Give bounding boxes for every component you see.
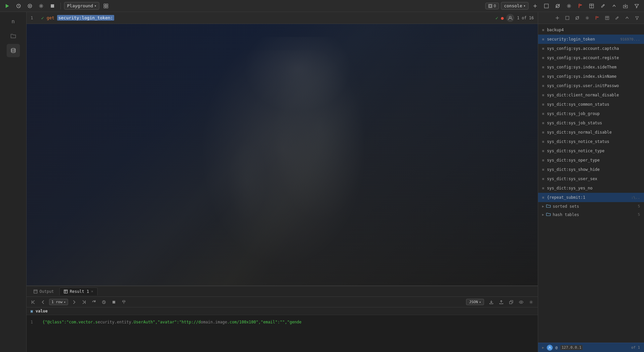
panel-gear-button[interactable]: [583, 14, 592, 22]
settings-button[interactable]: [37, 1, 46, 11]
clock-result-button[interactable]: [100, 298, 108, 306]
panel-add-button[interactable]: [553, 14, 562, 22]
svg-rect-43: [566, 16, 569, 20]
copy-button[interactable]: [507, 298, 515, 306]
key-item-sys-config-registe[interactable]: ≡ sys_config:sys.account.registe: [538, 53, 644, 62]
tab-result1[interactable]: Result 1 ✕: [59, 288, 97, 295]
counter-badge[interactable]: 0: [485, 3, 499, 9]
folder-item-hash-tables[interactable]: ▶ hash tables 5: [538, 210, 644, 219]
flag-button[interactable]: [576, 1, 585, 11]
refresh-button[interactable]: [553, 1, 562, 11]
folder-item-sorted-sets[interactable]: ▶ sorted sets 5: [538, 202, 644, 210]
key-type-icon: ≡: [542, 65, 544, 69]
rows-chevron-icon: ▾: [64, 300, 65, 304]
folder-hash-tables-count: 5: [638, 212, 640, 217]
sidebar-icon-db[interactable]: [7, 44, 20, 57]
code-editor[interactable]: [27, 24, 538, 286]
folder-chevron-icon: ▶: [542, 213, 544, 216]
gear2-button[interactable]: [564, 1, 574, 11]
eye-button[interactable]: [517, 298, 525, 306]
key-item-sys-dict-normal-disable[interactable]: ≡ sys_dict:sys_normal_disable: [538, 128, 644, 137]
sidebar-icon-n[interactable]: n: [7, 15, 20, 28]
pin-button[interactable]: [120, 298, 128, 306]
play2-button[interactable]: [25, 1, 35, 11]
key-type-icon: ≡: [542, 47, 544, 51]
first-page-button[interactable]: [29, 298, 37, 306]
key-name: {repeat_submit:1: [547, 195, 629, 200]
play-button[interactable]: [3, 1, 12, 11]
console-selector[interactable]: console ▾: [501, 2, 528, 10]
rows-label: 1 row: [51, 300, 62, 304]
key-name: sys_config:sys.index.skinName: [547, 74, 640, 79]
key-name: sys_dict:sys_normal_disable: [547, 130, 640, 135]
refresh-result-button[interactable]: [90, 298, 98, 306]
upload-button[interactable]: [497, 298, 505, 306]
format-selector[interactable]: JSON ▾: [466, 299, 484, 305]
tab-output[interactable]: Output: [29, 288, 58, 295]
chevron-down-icon-2: ▾: [523, 4, 525, 8]
panel-table-button[interactable]: [603, 14, 611, 22]
arrow-up-button[interactable]: [609, 1, 619, 11]
filter-button[interactable]: [632, 1, 641, 11]
download-button[interactable]: [487, 298, 495, 306]
key-item-sys-config-skinname[interactable]: ≡ sys_config:sys.index.skinName: [538, 72, 644, 81]
panel-filter-button[interactable]: [633, 14, 641, 22]
key-item-sys-dict-notice-type[interactable]: ≡ sys_dict:sys_notice_type: [538, 146, 644, 156]
key-item-sys-dict-job-status[interactable]: ≡ sys_dict:sys_job_status: [538, 118, 644, 128]
top-toolbar: Playground ▾ 0 console ▾: [0, 0, 644, 12]
key-type-icon: ≡: [542, 37, 544, 42]
key-type-icon: ≡: [542, 93, 544, 97]
grid-button[interactable]: [101, 1, 111, 11]
clock-button[interactable]: [14, 1, 23, 11]
key-item-sys-dict-oper-type[interactable]: ≡ sys_dict:sys_oper_type: [538, 156, 644, 165]
svg-rect-25: [34, 290, 37, 293]
export-button[interactable]: [621, 1, 630, 11]
playground-selector[interactable]: Playground ▾: [64, 2, 99, 10]
svg-line-20: [603, 5, 604, 6]
key-type-icon: ≡: [542, 84, 544, 88]
key-item-sys-dict-job-group[interactable]: ≡ sys_dict:sys_job_group: [538, 109, 644, 118]
next-page-button[interactable]: [70, 298, 78, 306]
key-item-sys-config-captcha[interactable]: ≡ sys_config:sys.account.captcha: [538, 44, 644, 53]
svg-rect-11: [489, 5, 491, 7]
stop-button[interactable]: [48, 1, 57, 11]
user-avatar: [506, 14, 514, 22]
panel-refresh-button[interactable]: [573, 14, 582, 22]
key-item-sys-config-initpasswo[interactable]: ≡ sys_config:sys.user.initPasswo: [538, 81, 644, 90]
stop-result-button[interactable]: [110, 298, 118, 306]
sidebar-icon-folder[interactable]: [7, 29, 20, 43]
folder-sorted-sets-count: 5: [638, 204, 640, 208]
key-item-security-login-token[interactable]: ≡ security:login_token 916970...: [538, 35, 644, 44]
key-item-sys-dict-show-hide[interactable]: ≡ sys_dict:sys_show_hide: [538, 165, 644, 174]
rows-selector[interactable]: 1 row ▾: [49, 299, 68, 305]
window-button[interactable]: [542, 1, 551, 11]
key-item-sys-dict-client-normal[interactable]: ≡ sys_dict:client_normal_disable: [538, 90, 644, 100]
folder-hash-tables-label: hash tables: [553, 212, 579, 217]
key-item-repeat-submit[interactable]: ≡ {repeat_submit:1 :\..: [538, 193, 644, 202]
key-item-sys-dict-notice-status[interactable]: ≡ sys_dict:sys_notice_status: [538, 137, 644, 146]
settings-result-button[interactable]: [527, 298, 535, 306]
panel-arrow-button[interactable]: [623, 14, 631, 22]
tab-result1-close[interactable]: ✕: [91, 289, 93, 293]
last-page-button[interactable]: [80, 298, 88, 306]
svg-point-51: [549, 346, 550, 348]
key-type-icon: ≡: [542, 177, 544, 181]
key-item-sys-dict-user-sex[interactable]: ≡ sys_dict:sys_user_sex: [538, 174, 644, 183]
key-item-sys-config-sidethem[interactable]: ≡ sys_config:sys.index.sideThem: [538, 62, 644, 72]
plus-button[interactable]: [530, 1, 540, 11]
key-name: sys_dict:sys_notice_type: [547, 149, 640, 153]
svg-point-39: [521, 301, 522, 302]
panel-flag-button[interactable]: [593, 14, 602, 22]
prev-page-button[interactable]: [39, 298, 47, 306]
key-item-sys-dict-yes-no[interactable]: ≡ sys_dict:sys_yes_no: [538, 183, 644, 193]
console-label: console: [504, 3, 522, 8]
editor-status-right: ✓ ● 1 of 16: [496, 14, 534, 22]
key-item-sys-dict-common-status[interactable]: ≡ sys_dict:sys_common_status: [538, 100, 644, 109]
panel-edit-button[interactable]: [613, 14, 621, 22]
panel-window-button[interactable]: [563, 14, 572, 22]
key-name: sys_config:sys.index.sideThem: [547, 65, 640, 69]
table-button[interactable]: [587, 1, 596, 11]
key-item-backup4[interactable]: ≡ backup4: [538, 25, 644, 35]
edit-button[interactable]: [598, 1, 607, 11]
editor-and-bottom: 1 ✓ get security:login_token: ✓ ●: [27, 12, 538, 352]
